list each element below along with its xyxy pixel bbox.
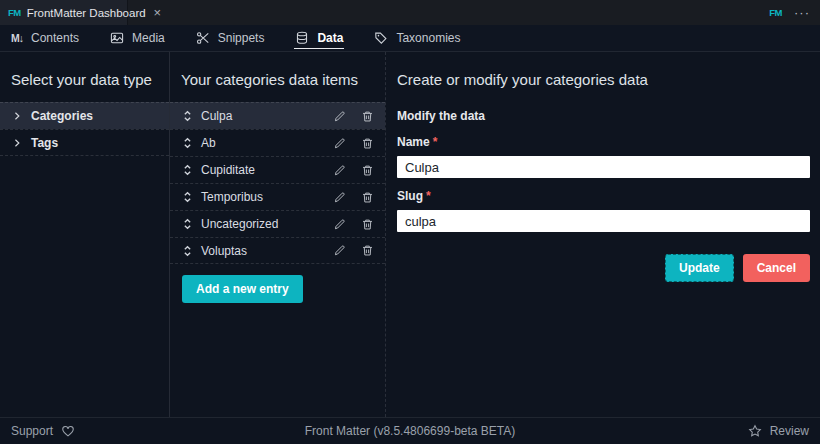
add-entry-button[interactable]: Add a new entry bbox=[182, 275, 303, 303]
field-label-text: Slug bbox=[397, 189, 423, 203]
version-text: Front Matter (v8.5.4806699-beta BETA) bbox=[0, 424, 820, 438]
edit-pencil-icon[interactable] bbox=[333, 164, 346, 177]
nav-item-snippets[interactable]: Snippets bbox=[195, 25, 266, 51]
data-item-label: Temporibus bbox=[201, 190, 318, 204]
name-field-label: Name* bbox=[397, 135, 810, 149]
tag-icon bbox=[374, 31, 388, 45]
support-label: Support bbox=[11, 424, 53, 438]
data-item-row[interactable]: Ab bbox=[170, 129, 385, 156]
edit-pencil-icon[interactable] bbox=[333, 244, 346, 257]
data-type-label: Categories bbox=[31, 109, 93, 123]
nav-label: Snippets bbox=[218, 31, 265, 45]
data-type-heading: Select your data type bbox=[0, 52, 169, 102]
drag-sort-icon[interactable] bbox=[182, 110, 193, 122]
more-actions-icon[interactable]: ··· bbox=[794, 5, 810, 20]
data-items-panel: Your categories data items CulpaAbCupidi… bbox=[170, 52, 386, 417]
data-item-label: Cupiditate bbox=[201, 163, 318, 177]
database-icon bbox=[295, 31, 309, 45]
required-asterisk: * bbox=[433, 135, 438, 149]
cancel-button[interactable]: Cancel bbox=[743, 254, 810, 282]
edit-pencil-icon[interactable] bbox=[333, 137, 346, 150]
data-item-label: Voluptas bbox=[201, 244, 318, 258]
update-button[interactable]: Update bbox=[665, 254, 734, 282]
nav-label: Contents bbox=[31, 31, 79, 45]
markdown-icon: M↓ bbox=[11, 32, 23, 44]
frontmatter-logo-icon: FM bbox=[8, 7, 21, 18]
data-type-tags[interactable]: Tags bbox=[0, 129, 169, 156]
edit-pencil-icon[interactable] bbox=[333, 218, 346, 231]
nav-item-media[interactable]: Media bbox=[109, 25, 166, 51]
data-type-categories[interactable]: Categories bbox=[0, 102, 169, 129]
dashboard-navbar: M↓ Contents Media Snippets bbox=[0, 25, 820, 52]
slug-field[interactable] bbox=[397, 210, 810, 232]
chevron-right-icon bbox=[12, 138, 22, 148]
form-buttons: Update Cancel bbox=[397, 254, 810, 282]
name-field[interactable] bbox=[397, 156, 810, 178]
data-item-row[interactable]: Culpa bbox=[170, 102, 385, 129]
delete-trash-icon[interactable] bbox=[361, 137, 374, 150]
data-items-heading: Your categories data items bbox=[170, 52, 385, 102]
editor-form: Modify the data Name* Slug* Update Cance… bbox=[386, 109, 820, 282]
data-item-label: Uncategorized bbox=[201, 217, 318, 231]
data-type-label: Tags bbox=[31, 136, 58, 150]
data-item-label: Culpa bbox=[201, 109, 318, 123]
data-item-row[interactable]: Temporibus bbox=[170, 183, 385, 210]
nav-item-data[interactable]: Data bbox=[294, 25, 344, 51]
review-link[interactable]: Review bbox=[748, 424, 809, 438]
drag-sort-icon[interactable] bbox=[182, 191, 193, 203]
data-editor-panel: Create or modify your categories data Mo… bbox=[386, 52, 820, 417]
nav-label: Media bbox=[132, 31, 165, 45]
nav-label: Data bbox=[317, 31, 343, 45]
data-item-row[interactable]: Voluptas bbox=[170, 237, 385, 264]
dashboard-main: Select your data type Categories Tags Yo… bbox=[0, 52, 820, 417]
tabbar-spacer bbox=[128, 0, 759, 25]
required-asterisk: * bbox=[426, 189, 431, 203]
drag-sort-icon[interactable] bbox=[182, 164, 193, 176]
dashboard-footer: Front Matter (v8.5.4806699-beta BETA) Su… bbox=[0, 417, 820, 444]
slug-field-label: Slug* bbox=[397, 189, 810, 203]
frontmatter-action-icon[interactable]: FM bbox=[769, 7, 782, 18]
review-label: Review bbox=[770, 424, 809, 438]
data-items-list: CulpaAbCupiditateTemporibusUncategorized… bbox=[170, 102, 385, 264]
editor-subheading: Modify the data bbox=[397, 109, 810, 123]
editor-tab-bar: FM FrontMatter Dashboard × FM ··· bbox=[0, 0, 820, 25]
delete-trash-icon[interactable] bbox=[361, 110, 374, 123]
data-item-row[interactable]: Cupiditate bbox=[170, 156, 385, 183]
editor-actions: FM ··· bbox=[759, 0, 820, 25]
editor-tab-frontmatter-dashboard[interactable]: FM FrontMatter Dashboard × bbox=[0, 0, 128, 25]
data-item-row[interactable]: Uncategorized bbox=[170, 210, 385, 237]
drag-sort-icon[interactable] bbox=[182, 218, 193, 230]
drag-sort-icon[interactable] bbox=[182, 245, 193, 257]
delete-trash-icon[interactable] bbox=[361, 244, 374, 257]
delete-trash-icon[interactable] bbox=[361, 218, 374, 231]
support-link[interactable]: Support bbox=[11, 424, 75, 438]
delete-trash-icon[interactable] bbox=[361, 191, 374, 204]
heart-icon bbox=[61, 424, 75, 438]
data-type-panel: Select your data type Categories Tags bbox=[0, 52, 170, 417]
delete-trash-icon[interactable] bbox=[361, 164, 374, 177]
nav-label: Taxonomies bbox=[396, 31, 460, 45]
data-item-label: Ab bbox=[201, 136, 318, 150]
image-icon bbox=[110, 31, 124, 45]
scissors-icon bbox=[196, 31, 210, 45]
star-icon bbox=[748, 424, 762, 438]
editor-heading: Create or modify your categories data bbox=[386, 52, 820, 102]
chevron-right-icon bbox=[12, 111, 22, 121]
drag-sort-icon[interactable] bbox=[182, 137, 193, 149]
edit-pencil-icon[interactable] bbox=[333, 110, 346, 123]
field-label-text: Name bbox=[397, 135, 430, 149]
edit-pencil-icon[interactable] bbox=[333, 191, 346, 204]
nav-item-taxonomies[interactable]: Taxonomies bbox=[373, 25, 461, 51]
nav-item-contents[interactable]: M↓ Contents bbox=[10, 25, 80, 51]
